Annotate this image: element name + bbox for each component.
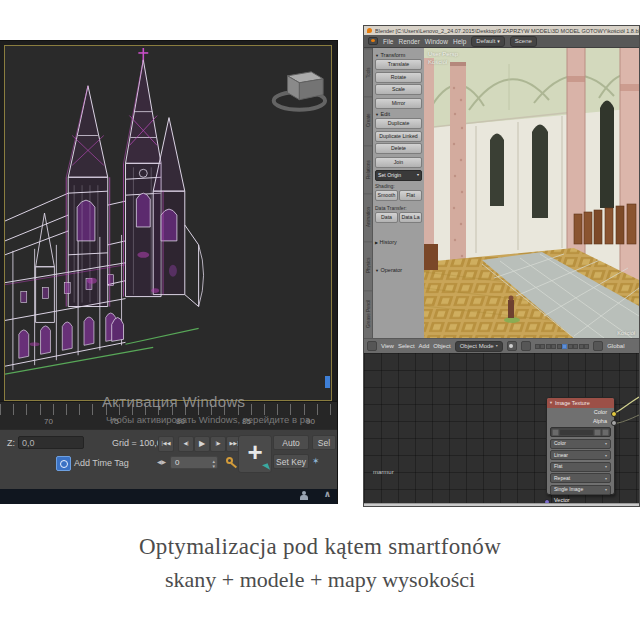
set-origin-dropdown[interactable]: Set Origin ▾ bbox=[375, 170, 422, 181]
source-dropdown[interactable]: Single Image ▾ bbox=[550, 485, 611, 495]
orientation-dropdown[interactable]: Global bbox=[607, 343, 624, 349]
duplicate-button[interactable]: Duplicate bbox=[375, 118, 422, 129]
alpha-socket[interactable] bbox=[611, 420, 617, 426]
scene-selector[interactable]: Scene bbox=[510, 36, 537, 47]
interpolation-dropdown[interactable]: Linear ▾ bbox=[550, 450, 611, 460]
windows-activation-watermark-subtext: Чтобы активировать Windows, перейдите в … bbox=[106, 414, 336, 425]
z-coordinate-field[interactable]: 0,0 bbox=[18, 436, 84, 449]
mode-dropdown[interactable]: Object Mode ▾ bbox=[455, 341, 503, 352]
isolate-selection-icon[interactable] bbox=[299, 491, 309, 501]
node-editor[interactable]: marmur ▼ Image Texture Color Alpha Co bbox=[364, 353, 639, 503]
extension-dropdown[interactable]: Repeat ▾ bbox=[550, 473, 611, 483]
snap-magnet-icon[interactable] bbox=[593, 341, 603, 351]
scale-button[interactable]: Scale bbox=[375, 84, 422, 95]
key-mode-icon[interactable] bbox=[226, 457, 238, 469]
next-frame-button[interactable]: |▶ bbox=[210, 436, 226, 452]
play-button[interactable]: ▶ bbox=[194, 436, 210, 452]
data-button[interactable]: Data bbox=[375, 212, 398, 223]
viewport-shading-icon[interactable] bbox=[507, 341, 517, 351]
vp-menu-view[interactable]: View bbox=[381, 343, 394, 349]
node-editor-header-strip bbox=[364, 503, 639, 507]
goto-start-button[interactable]: |◀◀ bbox=[158, 436, 174, 452]
auto-key-button[interactable]: Auto Key bbox=[273, 435, 309, 450]
duplicate-linked-button[interactable]: Duplicate Linked bbox=[375, 131, 422, 142]
shade-flat-button[interactable]: Flat bbox=[399, 190, 422, 201]
windows-activation-watermark: Активация Windows bbox=[102, 393, 245, 410]
blender-3d-viewport[interactable]: User Persp Kościół Kościół bbox=[424, 48, 639, 338]
node-output-alpha: Alpha bbox=[547, 417, 614, 426]
transform-panel-header[interactable]: ▼ Transform bbox=[375, 52, 422, 58]
frame-arrows-icon[interactable]: ◀▶ bbox=[157, 458, 166, 465]
history-panel-header[interactable]: ▶ History bbox=[375, 239, 422, 245]
chevron-up-icon[interactable]: ∧ bbox=[324, 489, 331, 499]
tab-create[interactable]: Create bbox=[364, 96, 372, 144]
add-time-tag-label[interactable]: Add Time Tag bbox=[74, 458, 129, 468]
tab-grease-pencil[interactable]: Grease Pencil bbox=[364, 290, 372, 338]
previous-frame-button[interactable]: ◀| bbox=[178, 436, 194, 452]
tab-relations[interactable]: Relations bbox=[364, 145, 372, 193]
max-viewport[interactable] bbox=[4, 45, 332, 401]
editor-type-icon[interactable] bbox=[367, 341, 377, 351]
tab-animation[interactable]: Animation bbox=[364, 193, 372, 241]
menu-file[interactable]: File bbox=[383, 38, 393, 45]
operator-panel-header[interactable]: ▼ Operator bbox=[375, 267, 422, 273]
create-keyframe-button[interactable]: + bbox=[238, 435, 272, 473]
data-layout-button[interactable]: Data La bbox=[399, 212, 422, 223]
church-interior-render bbox=[424, 48, 639, 338]
node-output-color: Color bbox=[547, 408, 614, 417]
edit-panel-header[interactable]: ▼ Edit bbox=[375, 111, 422, 117]
selected-dropdown[interactable]: Sel bbox=[312, 435, 336, 450]
fake-user-icon[interactable] bbox=[594, 429, 601, 436]
dropdown-icon: ▾ bbox=[605, 440, 607, 447]
caption-line-1: Optymalizacja pod kątem smartfonów bbox=[0, 534, 640, 560]
shading-label: Shading: bbox=[375, 183, 422, 189]
grid-size-label: Grid = 100,0 bbox=[112, 438, 162, 448]
menu-help[interactable]: Help bbox=[453, 38, 466, 45]
projection-dropdown[interactable]: Flat ▾ bbox=[550, 462, 611, 472]
dropdown-icon: ▾ bbox=[497, 38, 500, 45]
menu-render[interactable]: Render bbox=[398, 38, 419, 45]
set-key-button[interactable]: Set Key bbox=[273, 454, 309, 469]
vp-menu-add[interactable]: Add bbox=[419, 343, 430, 349]
tab-tools[interactable]: Tools bbox=[364, 48, 372, 96]
dropdown-icon: ▾ bbox=[605, 475, 607, 482]
blender-title-bar: Blender [C:\Users\Lenovo_2_24.07.2015\De… bbox=[364, 26, 639, 35]
viewport-view-label: User Persp bbox=[428, 51, 458, 57]
node-header[interactable]: ▼ Image Texture bbox=[547, 398, 614, 408]
color-socket[interactable] bbox=[611, 411, 617, 417]
unlink-icon[interactable] bbox=[602, 429, 609, 436]
current-frame-spinner[interactable]: 0 ▴ ▾ bbox=[170, 456, 218, 469]
browse-image-icon[interactable] bbox=[552, 429, 559, 436]
layers-widget[interactable] bbox=[535, 344, 590, 349]
spinner-down-icon[interactable]: ▾ bbox=[212, 463, 215, 469]
translate-button[interactable]: Translate bbox=[375, 59, 422, 70]
join-button[interactable]: Join bbox=[375, 157, 422, 168]
church-wireframe bbox=[5, 46, 331, 400]
key-filters-icon[interactable]: ✶ bbox=[312, 456, 328, 470]
shade-smooth-button[interactable]: Smooth bbox=[375, 190, 398, 201]
pivot-point-icon[interactable] bbox=[521, 341, 531, 351]
tool-shelf: ▼ Transform Translate Rotate Scale Mirro… bbox=[373, 48, 424, 338]
vp-menu-select[interactable]: Select bbox=[398, 343, 415, 349]
color-space-dropdown[interactable]: Color ▾ bbox=[550, 439, 611, 449]
material-name-label: marmur bbox=[373, 469, 394, 475]
blender-menu-icon[interactable] bbox=[368, 37, 378, 45]
image-datablock-selector[interactable] bbox=[550, 427, 611, 437]
blender-window-title: Blender [C:\Users\Lenovo_2_24.07.2015\De… bbox=[375, 28, 639, 34]
rotate-button[interactable]: Rotate bbox=[375, 72, 422, 83]
viewport-scroll-handle[interactable] bbox=[325, 376, 330, 388]
tab-physics[interactable]: Physics bbox=[364, 241, 372, 289]
delete-button[interactable]: Delete bbox=[375, 143, 422, 154]
screen-layout-selector[interactable]: Default ▾ bbox=[471, 36, 505, 47]
time-tag-icon[interactable] bbox=[56, 456, 71, 471]
vp-menu-object[interactable]: Object bbox=[433, 343, 450, 349]
image-name-field[interactable] bbox=[560, 430, 593, 435]
viewport-object-label: Kościół bbox=[428, 59, 447, 65]
collapse-icon[interactable]: ▼ bbox=[549, 398, 553, 408]
menu-window[interactable]: Window bbox=[425, 38, 448, 45]
viewport-corner-label: Kościół bbox=[617, 330, 635, 336]
image-texture-node[interactable]: ▼ Image Texture Color Alpha Color ▾ bbox=[546, 397, 615, 495]
toolshelf-tabs: Tools Create Relations Animation Physics… bbox=[364, 48, 373, 338]
dropdown-icon: ▾ bbox=[605, 452, 607, 459]
mirror-button[interactable]: Mirror bbox=[375, 98, 422, 109]
